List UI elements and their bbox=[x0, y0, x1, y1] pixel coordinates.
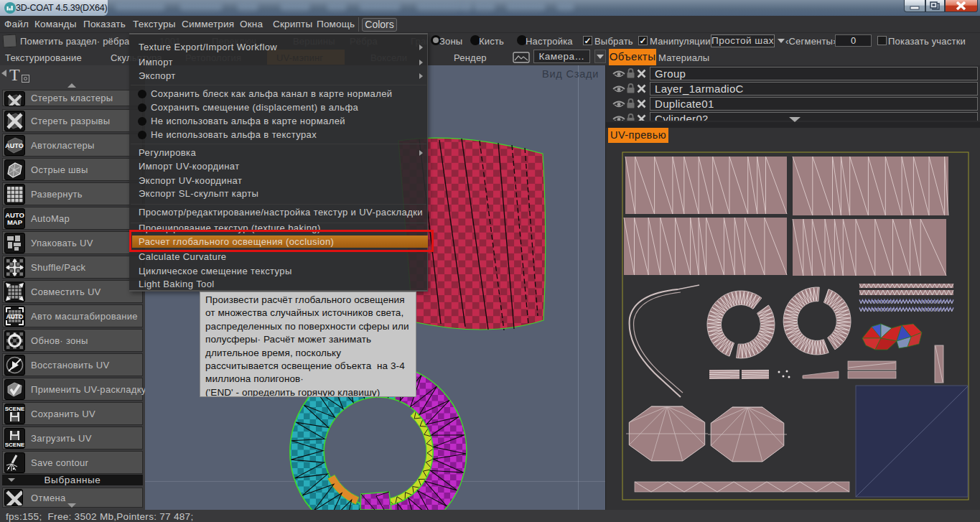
svg-text:AUTO: AUTO bbox=[5, 142, 23, 149]
svg-text:AUTO: AUTO bbox=[6, 313, 24, 320]
svg-text:MAP: MAP bbox=[7, 218, 23, 226]
svg-text:SCENE: SCENE bbox=[5, 406, 24, 412]
svg-text:SCENE: SCENE bbox=[5, 442, 24, 448]
